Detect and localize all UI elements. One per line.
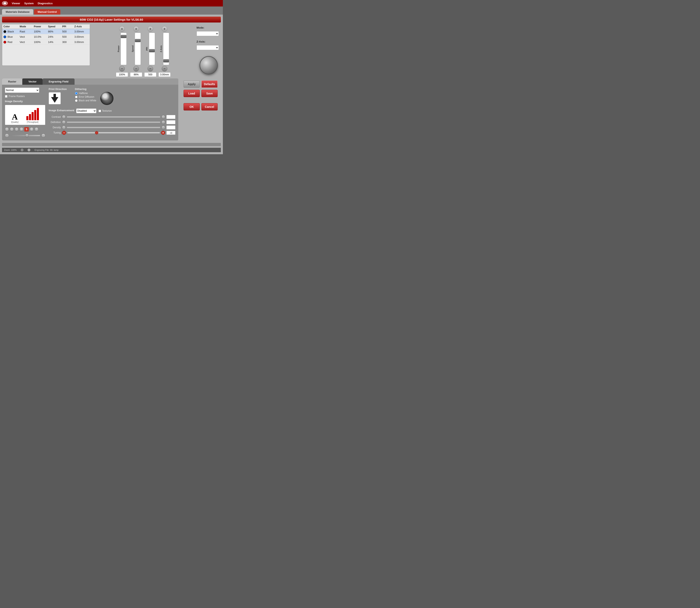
scrollbar-area[interactable] [2, 143, 221, 146]
table-row[interactable]: Blue Vect 10.0% 24% 500 3.00mm [2, 34, 90, 39]
tuning-thumb[interactable] [95, 131, 98, 134]
contrast-left-btn[interactable] [62, 115, 66, 119]
density-slider-row [5, 134, 45, 138]
zaxis-thumb[interactable] [163, 59, 169, 62]
ppi-thumb[interactable] [149, 49, 155, 52]
tuning-plus-btn[interactable]: + [161, 131, 165, 135]
file-status: Engraving File: 68. lamp [35, 149, 59, 151]
table-row[interactable]: Black Rast 100% 86% 500 3.00mm [2, 29, 90, 34]
tab-manual-control[interactable]: Manual Control [34, 9, 61, 15]
power-plus-btn[interactable]: + [119, 26, 125, 32]
contrast-right-btn[interactable] [161, 115, 165, 119]
zaxis-plus-btn[interactable]: + [162, 26, 167, 32]
tab-engraving-field[interactable]: Engraving Field [42, 78, 75, 85]
ppi-plus-btn[interactable]: + [148, 26, 153, 32]
definition-value[interactable] [166, 120, 175, 124]
table-row[interactable]: Red Vect 100% 14% 300 3.00mm [2, 39, 90, 45]
definition-track[interactable] [67, 121, 160, 123]
enhancement-sliders: Contrast Definition [48, 115, 175, 135]
bar-3 [32, 112, 34, 120]
power-minus-btn[interactable]: − [119, 66, 125, 72]
nav-diagnostics[interactable]: Diagnostics [38, 2, 53, 5]
dithering-halftone-radio[interactable] [75, 92, 78, 95]
density-num-7[interactable]: 7 [35, 127, 39, 131]
density-left-btn[interactable] [62, 126, 66, 129]
density-slider-left-btn[interactable] [5, 134, 9, 138]
density-quality-side: A [Quality] [7, 113, 23, 123]
apply-button[interactable]: Apply [183, 80, 200, 88]
load-button[interactable]: Load [183, 90, 200, 97]
density-right-btn[interactable] [161, 126, 165, 129]
dithering-bw-radio[interactable] [75, 99, 78, 102]
lower-section: Raster Vector Engraving Field Normal Enh… [2, 78, 221, 140]
density-num-3[interactable]: 3 [15, 127, 19, 131]
dithering-errordiff-radio[interactable] [75, 96, 78, 98]
zaxis-value[interactable] [158, 72, 171, 77]
speed-plus-btn[interactable]: + [133, 26, 139, 32]
tuning-track[interactable] [67, 132, 160, 133]
tuning-value: +0 [166, 131, 175, 135]
speed-track[interactable] [135, 33, 141, 65]
normal-select[interactable]: Normal Enhanced [5, 88, 39, 93]
density-track[interactable] [67, 127, 160, 128]
definition-left-btn[interactable] [62, 120, 66, 124]
power-value[interactable] [116, 72, 128, 77]
density-slider-thumb[interactable] [25, 134, 29, 137]
main-knob[interactable] [199, 56, 218, 74]
down-arrow [51, 97, 58, 103]
density-num-1[interactable]: 1 [5, 127, 9, 131]
density-num-2[interactable]: 2 [10, 127, 14, 131]
defaults-button[interactable]: Defaults [201, 80, 218, 88]
density-throughput-side: [Throughput] [24, 108, 41, 123]
mode-select[interactable]: Raster Vector Combined [196, 31, 219, 36]
density-num-6[interactable]: 6 [30, 127, 34, 131]
definition-right-btn[interactable] [161, 120, 165, 124]
bar-2 [29, 114, 31, 120]
density-num-4[interactable]: 4 [19, 127, 23, 131]
texturize-checkbox[interactable] [98, 110, 101, 112]
cancel-button[interactable]: Cancel [201, 103, 218, 111]
tuning-minus-btn[interactable]: − [62, 131, 66, 135]
density-slider-right-btn[interactable] [41, 134, 45, 138]
power-thumb[interactable] [121, 35, 127, 38]
speed-minus-btn[interactable]: − [133, 66, 139, 72]
ppi-value[interactable] [144, 72, 156, 77]
zaxis-track[interactable] [163, 33, 169, 65]
tab-vector[interactable]: Vector [22, 78, 42, 85]
power-label: Power [117, 45, 120, 52]
frame-rasters-checkbox[interactable] [5, 95, 7, 98]
nav-viewer[interactable]: Viewer [12, 2, 20, 5]
status-circle-2 [27, 149, 31, 151]
color-cell-black: Black [3, 30, 20, 33]
contrast-value[interactable] [166, 115, 175, 119]
enhancement-section: Image Enhancement Disabled Enabled Textu… [48, 109, 175, 135]
contrast-track[interactable] [67, 116, 160, 117]
density-num-5-active[interactable]: 5 [24, 127, 29, 132]
zaxis-minus-btn[interactable]: − [162, 66, 167, 72]
save-button[interactable]: Save [201, 90, 218, 97]
main-area: 60W CO2 (10.6μ) Laser Settings for VLS6.… [0, 15, 223, 154]
status-bar: Zoom: 100% Engraving File: 68. lamp [2, 148, 221, 152]
ok-button[interactable]: OK [183, 103, 200, 111]
density-slider-track[interactable] [10, 135, 40, 136]
speed-value[interactable] [130, 72, 142, 77]
tab-raster[interactable]: Raster [2, 78, 22, 85]
top-nav: Viewer System Diagnostics [0, 0, 223, 6]
ppi-minus-btn[interactable]: − [148, 66, 153, 72]
density-value-input[interactable] [166, 126, 175, 130]
zaxis-select[interactable]: 3.00mm [196, 45, 219, 50]
print-direction-button[interactable] [48, 92, 61, 104]
enhancement-select[interactable]: Disabled Enabled [76, 109, 96, 113]
slider-zaxis: + Z-Axis − [158, 26, 171, 77]
mode-label: Mode: [196, 26, 221, 29]
tab-materials-database[interactable]: Materials Database [2, 9, 33, 15]
image-density-label: Image Density [5, 100, 45, 103]
speed-thumb[interactable] [135, 39, 141, 42]
speed-blue: 24% [48, 35, 62, 38]
color-cell-red: Red [3, 40, 20, 43]
power-track[interactable] [120, 33, 127, 65]
table-body: Black Rast 100% 86% 500 3.00mm Blue [2, 29, 90, 65]
color-name-red: Red [7, 40, 12, 43]
ppi-track[interactable] [149, 33, 155, 65]
nav-system[interactable]: System [24, 2, 34, 5]
